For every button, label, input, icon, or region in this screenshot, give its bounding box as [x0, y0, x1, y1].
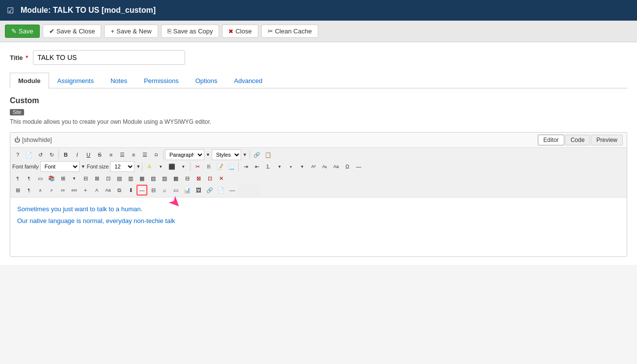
ordered-list-btn[interactable]: 1.	[263, 161, 274, 172]
underline-btn[interactable]: U	[83, 149, 94, 160]
down-arrow-btn[interactable]: ⬇	[125, 185, 136, 196]
tab-editor-view[interactable]: Editor	[538, 135, 564, 145]
word-count3-btn[interactable]: ###	[69, 185, 80, 196]
caption-btn[interactable]: ⊟	[182, 173, 193, 184]
merge-btn[interactable]: ▧	[148, 173, 159, 184]
tab-permissions[interactable]: Permissions	[136, 73, 187, 88]
tab-notes[interactable]: Notes	[102, 73, 136, 88]
insert-plus-btn[interactable]: +	[80, 185, 91, 196]
table2-btn[interactable]: ⊞	[12, 185, 23, 196]
show-hide-toggle[interactable]: ⏻ [show/hide]	[14, 137, 52, 143]
tab-preview-view[interactable]: Preview	[591, 135, 623, 145]
paragraph-arrow: ▼	[206, 152, 210, 157]
table-style-btn[interactable]: ▩	[170, 173, 181, 184]
cut-btn[interactable]: ✂	[192, 161, 203, 172]
undo-btn[interactable]: ↺	[35, 149, 46, 160]
tab-module[interactable]: Module	[10, 73, 49, 88]
superscript-btn[interactable]: A²	[308, 161, 319, 172]
hr-btn[interactable]: —	[353, 161, 364, 172]
tab-options[interactable]: Options	[187, 73, 226, 88]
delete-btn[interactable]: ⊠	[193, 173, 204, 184]
delete2-btn[interactable]: ⊡	[204, 173, 215, 184]
page-break-btn[interactable]: —	[227, 185, 238, 196]
cell-btn[interactable]: ▦	[137, 173, 147, 184]
abbr-btn[interactable]: A	[35, 185, 46, 196]
word-count-btn[interactable]: #	[46, 185, 57, 196]
help-btn[interactable]: ?	[12, 149, 23, 160]
form-btn[interactable]: ⧉	[114, 185, 125, 196]
col-btn[interactable]: ▤	[114, 173, 125, 184]
save-icon: ✎	[11, 28, 17, 35]
book-btn[interactable]: 📚	[46, 173, 57, 184]
save-button[interactable]: ✎ Save	[5, 25, 40, 38]
link2-btn[interactable]: 🔗	[204, 185, 215, 196]
paragraph-select[interactable]: Paragraph Heading 1 Heading 2	[165, 149, 204, 160]
align-justify-btn[interactable]: ☰	[139, 149, 150, 160]
title-input[interactable]	[33, 50, 185, 65]
remove-format-btn[interactable]: Aa	[331, 161, 341, 172]
highlighted-btn[interactable]: —	[137, 185, 147, 196]
align-right-btn[interactable]: ≡	[128, 149, 139, 160]
strikethrough-btn[interactable]: S	[94, 149, 105, 160]
highlight-arrow[interactable]: ▼	[178, 161, 189, 172]
para-btn[interactable]: ¶	[24, 173, 34, 184]
font-family-select[interactable]: Font	[40, 161, 80, 172]
paste-btn[interactable]: 📋	[263, 149, 274, 160]
unordered-list-btn[interactable]: •	[285, 161, 296, 172]
font-color-btn[interactable]: A	[144, 161, 155, 172]
font-color-arrow[interactable]: ▼	[155, 161, 166, 172]
special-btn[interactable]: Ω	[342, 161, 353, 172]
editor-top-bar: ⏻ [show/hide] Editor Code Preview	[10, 133, 627, 148]
search-replace-btn[interactable]: ⌕	[159, 185, 170, 196]
styles-select[interactable]: Styles	[212, 149, 241, 160]
table3-btn[interactable]: ⊟	[148, 185, 159, 196]
word-count2-btn[interactable]: ##	[57, 185, 68, 196]
new-doc-btn[interactable]: 📄	[24, 149, 34, 160]
caps-btn[interactable]: A	[91, 185, 102, 196]
indent-btn[interactable]: ⇥	[240, 161, 251, 172]
unordered-list-arrow[interactable]: ▼	[297, 161, 307, 172]
blockquote-btn[interactable]: ¶	[12, 173, 23, 184]
content-btn[interactable]: 📄	[216, 185, 226, 196]
table-btn[interactable]: ⊞	[57, 173, 68, 184]
anchor-btn[interactable]: ¶	[24, 185, 34, 196]
clean-cache-button[interactable]: ✂ Clean Cache	[261, 25, 318, 38]
chart-btn[interactable]: 📊	[182, 185, 193, 196]
tab-assignments[interactable]: Assignments	[49, 73, 102, 88]
media-btn[interactable]: 🖼	[193, 185, 204, 196]
tab-code-view[interactable]: Code	[565, 135, 590, 145]
save-copy-button[interactable]: ⎘ Save as Copy	[161, 25, 220, 38]
frame-btn[interactable]: ▭	[35, 173, 46, 184]
delete3-btn[interactable]: ✕	[216, 173, 226, 184]
outdent-btn[interactable]: ⇤	[251, 161, 262, 172]
table-arrow[interactable]: ▼	[69, 173, 80, 184]
more2-btn[interactable]: ⊠	[91, 173, 102, 184]
split-btn[interactable]: ▨	[159, 173, 170, 184]
italic-btn[interactable]: I	[72, 149, 83, 160]
close-button[interactable]: ✖ Close	[222, 25, 258, 38]
paste-word-btn[interactable]: 📝	[215, 161, 225, 172]
special-char-btn[interactable]: Ω	[151, 149, 162, 160]
subscript-btn[interactable]: A₂	[319, 161, 330, 172]
more3-btn[interactable]: ⊡	[103, 173, 113, 184]
font-size-select[interactable]: 12	[110, 161, 135, 172]
empty-btn1	[238, 185, 249, 196]
tab-advanced[interactable]: Advanced	[226, 73, 271, 88]
letter-btn[interactable]: Aa	[103, 185, 113, 196]
highlight-btn[interactable]: ⬛	[166, 161, 177, 172]
bold-btn[interactable]: B	[60, 149, 71, 160]
align-left-btn[interactable]: ≡	[106, 149, 116, 160]
ordered-list-arrow[interactable]: ▼	[274, 161, 285, 172]
copy-btn[interactable]: ⎘	[203, 161, 214, 172]
link-btn[interactable]: 🔗	[251, 149, 262, 160]
redo-btn[interactable]: ↻	[46, 149, 57, 160]
editor-content[interactable]: Sometimes you just want to talk to a hum…	[10, 197, 627, 256]
save-new-button[interactable]: + Save & New	[104, 25, 158, 38]
font-label: Font family	[12, 164, 39, 169]
snippet-btn[interactable]: ▭	[170, 185, 181, 196]
align-center-btn[interactable]: ☰	[117, 149, 128, 160]
save-close-button[interactable]: ✔ Save & Close	[43, 25, 102, 38]
more-table-btn[interactable]: ⊟	[80, 173, 91, 184]
paste-plain-btn[interactable]: 📃	[226, 161, 237, 172]
row-btn[interactable]: ▥	[125, 173, 136, 184]
